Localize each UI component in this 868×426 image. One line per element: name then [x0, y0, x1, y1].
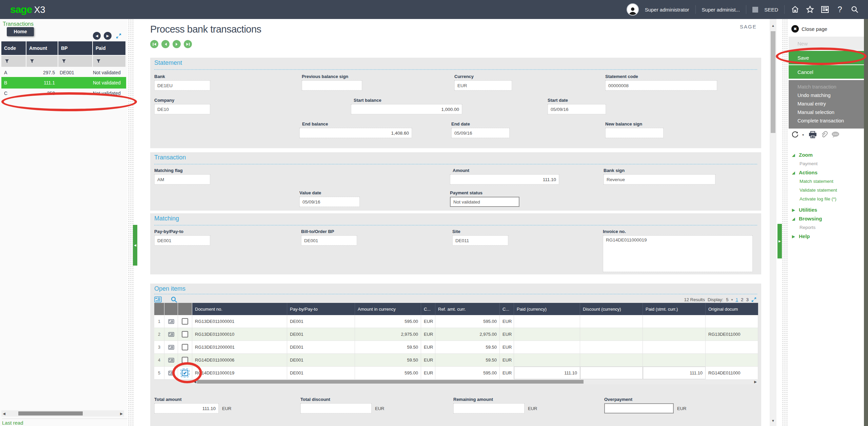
amount-input[interactable]: 111.10 [450, 174, 559, 185]
page-2-link[interactable]: 2 [741, 297, 744, 302]
row-detail-icon[interactable] [164, 354, 178, 366]
bill-to-input[interactable]: DE001 [301, 235, 357, 246]
menu-section-help[interactable]: ▶Help [792, 232, 837, 241]
start-date-input[interactable]: 05/09/16 [548, 104, 606, 114]
user-name[interactable]: Super administrator [645, 7, 689, 13]
column-header-ref-amount[interactable]: Ref. amt. curr. [435, 303, 500, 315]
sage-x3-logo[interactable]: sage X3 [10, 4, 45, 15]
start-balance-input[interactable]: 1,000.00 [351, 104, 462, 114]
panel-expand-icon[interactable] [116, 33, 121, 39]
open-items-horizontal-scrollbar[interactable]: ◀ ▶ [192, 379, 758, 384]
paid-stmt-cell-input[interactable]: 111.10 [643, 367, 706, 379]
row-detail-icon[interactable] [164, 328, 178, 341]
statement-code-input[interactable]: 00000008 [605, 80, 717, 91]
left-panel-horizontal-scrollbar[interactable]: ◀ ▶ [1, 410, 124, 417]
row-select-checkbox[interactable] [182, 344, 188, 350]
right-splitter[interactable] [782, 19, 788, 426]
page-3-link[interactable]: 3 [746, 297, 749, 302]
row-select-checkbox[interactable] [182, 318, 188, 325]
menu-section-browsing[interactable]: ◢Browsing [792, 214, 837, 223]
transaction-row-b-selected[interactable]: B 111.1 Not validated [1, 77, 126, 89]
menu-item-activate-log-file[interactable]: Activate log file (*) [792, 195, 837, 204]
open-item-row-selected[interactable]: 5 ✔ RG14DE011000019 DE001 595.00 EUR 595… [154, 367, 758, 380]
user-avatar[interactable] [627, 3, 639, 16]
panel-prev-icon[interactable]: ◀ [93, 32, 101, 40]
filter-funnel-icon[interactable] [93, 56, 125, 67]
menu-section-actions[interactable]: ◢Actions [792, 168, 837, 177]
filter-funnel-icon[interactable] [26, 56, 58, 67]
menu-item-match-statement[interactable]: Match statement [792, 177, 837, 186]
column-header-amount[interactable]: Amount in currency [355, 303, 421, 315]
end-date-input[interactable]: 05/09/16 [451, 128, 510, 138]
manual-selection-button[interactable]: Manual selection [797, 108, 864, 117]
remaining-amount-input[interactable] [453, 403, 525, 413]
total-discount-input[interactable] [300, 403, 372, 413]
save-button[interactable]: Save [789, 51, 864, 64]
row-select-checkbox[interactable] [182, 357, 188, 363]
news-widget-icon[interactable] [821, 5, 829, 14]
filter-funnel-icon[interactable] [58, 56, 92, 67]
display-dropdown-caret-icon[interactable]: ▾ [731, 298, 733, 302]
display-page-size[interactable]: 5 [726, 297, 728, 302]
column-header-bp[interactable]: BP [58, 41, 92, 55]
column-header-amount[interactable]: Amount [26, 41, 58, 55]
column-header-original-doc[interactable]: Original docum [706, 303, 758, 315]
grid-options-icon[interactable] [154, 296, 162, 303]
right-panel-collapse-handle[interactable]: ▶ [777, 224, 782, 258]
row-select-checkbox[interactable] [182, 331, 188, 337]
previous-record-icon[interactable] [161, 40, 170, 48]
main-vertical-scrollbar[interactable]: ▲ ▼ [770, 19, 776, 426]
transaction-row-c[interactable]: C 250 Not validated [1, 89, 126, 98]
currency-input[interactable]: EUR [454, 80, 512, 91]
scrollbar-thumb[interactable] [18, 411, 83, 415]
value-date-input[interactable]: 05/09/16 [299, 197, 360, 207]
transaction-row-a[interactable]: A 297.5 DE001 Not validated [1, 68, 126, 77]
last-record-icon[interactable] [184, 40, 192, 48]
column-header-ref-currency[interactable]: C... [500, 303, 514, 315]
new-balance-sign-input[interactable] [605, 128, 664, 138]
pay-by-input[interactable]: DE001 [154, 235, 210, 246]
matching-flag-input[interactable]: AM [154, 174, 210, 185]
manual-entry-button[interactable]: Manual entry [797, 100, 864, 108]
filter-funnel-icon[interactable] [1, 56, 26, 67]
column-header-paid-stmt[interactable]: Paid (stmt. curr.) [643, 303, 706, 315]
scrollbar-thumb[interactable] [771, 31, 775, 133]
open-item-row[interactable]: 1 RG13DE011000001 DE001 595.00 EUR 595.0… [154, 315, 758, 328]
column-header-document-no[interactable]: Document no. [192, 303, 287, 315]
refresh-dropdown-caret-icon[interactable]: ▾ [802, 133, 804, 137]
close-page-button[interactable]: ✖ Close page [791, 25, 827, 33]
column-header-discount[interactable]: Discount (currency) [580, 303, 643, 315]
cancel-button[interactable]: Cancel [789, 65, 864, 79]
scroll-down-icon[interactable]: ▼ [770, 419, 776, 423]
column-header-code[interactable]: Code [1, 41, 26, 55]
bank-input[interactable]: DE1EU [154, 80, 210, 91]
menu-item-reports[interactable]: Reports [792, 223, 837, 232]
payment-status-input[interactable]: Not validated [450, 197, 519, 207]
endpoint-name[interactable]: SEED [764, 7, 778, 13]
invoice-no-textarea[interactable]: RG14DE011000019 [603, 235, 753, 272]
end-balance-input[interactable]: 1,408.60 [299, 128, 412, 138]
column-header-currency[interactable]: C... [421, 303, 435, 315]
help-icon[interactable]: ? [835, 5, 844, 14]
column-header-paid-currency[interactable]: Paid (currency) [514, 303, 580, 315]
row-detail-icon[interactable] [164, 367, 178, 379]
open-item-row[interactable]: 2 RG13DE011000010 DE001 2,975.00 EUR 2,9… [154, 328, 758, 341]
home-icon[interactable] [791, 5, 800, 14]
last-read-link[interactable]: Last read [2, 419, 127, 426]
overpayment-input[interactable] [604, 403, 674, 413]
complete-transaction-button[interactable]: Complete transaction [797, 117, 864, 125]
previous-balance-sign-input[interactable] [302, 80, 362, 91]
paid-currency-cell-input[interactable]: 111.10 [514, 367, 580, 379]
panel-next-icon[interactable]: ▶ [104, 32, 112, 40]
site-input[interactable]: DE011 [452, 235, 508, 246]
column-header-pay-by[interactable]: Pay-by/Pay-to [287, 303, 355, 315]
home-tab-tooltip[interactable]: Home [7, 27, 34, 36]
bank-sign-input[interactable]: Revenue [604, 174, 715, 185]
menu-section-zoom[interactable]: ◢Zoom [792, 151, 837, 159]
comment-bubble-icon[interactable] [831, 131, 840, 138]
favorites-star-icon[interactable] [806, 5, 814, 14]
total-amount-input[interactable]: 111.10 [154, 403, 219, 413]
discount-cell-input[interactable] [580, 367, 643, 379]
menu-item-payment[interactable]: Payment [792, 159, 837, 168]
menu-section-utilities[interactable]: ▶Utilities [792, 206, 837, 214]
